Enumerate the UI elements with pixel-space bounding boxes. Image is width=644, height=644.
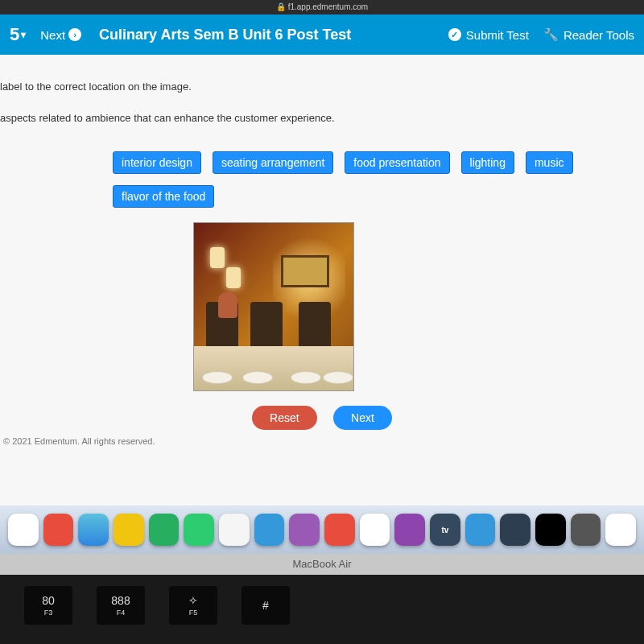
tag-music[interactable]: music <box>526 151 573 174</box>
tag-interior-design[interactable]: interior design <box>113 151 201 174</box>
key-hash: # <box>242 586 290 625</box>
copyright-text: © 2021 Edmentum. All rights reserved. <box>0 430 644 452</box>
dock-app-appstore-icon[interactable] <box>465 514 496 546</box>
url-text: f1.app.edmentum.com <box>288 2 369 11</box>
browser-url-bar: 🔒 f1.app.edmentum.com <box>0 0 644 14</box>
dock-app-finder-icon[interactable] <box>8 514 39 546</box>
tag-food-presentation[interactable]: food presentation <box>345 151 449 174</box>
dock-app-maps-icon[interactable] <box>254 514 285 546</box>
dock-app-podcasts-icon[interactable] <box>289 514 320 546</box>
action-buttons: Reset Next <box>0 406 644 430</box>
laptop-model-label: MacBook Air <box>0 554 644 575</box>
dock-app-settings-icon[interactable] <box>500 514 530 546</box>
dock-app-safari-icon[interactable] <box>78 514 109 546</box>
macos-dock: tv <box>0 506 644 554</box>
draggable-tags-container: interior design seating arrangement food… <box>113 151 612 208</box>
submit-test-button[interactable]: ✓ Submit Test <box>448 28 529 42</box>
dock-app-calendar-icon[interactable] <box>43 514 74 546</box>
dock-app-messages-icon[interactable] <box>149 514 180 546</box>
next-button[interactable]: Next <box>333 406 392 430</box>
check-icon: ✓ <box>448 28 461 41</box>
instruction-line-1: label to the correct location on the ima… <box>0 79 644 101</box>
test-title: Culinary Arts Sem B Unit 6 Post Test <box>99 27 351 43</box>
reset-button[interactable]: Reset <box>252 406 317 430</box>
dock-app-mail-icon[interactable] <box>219 514 250 546</box>
arrow-right-icon: › <box>68 28 81 41</box>
key-f3: 80 F3 <box>24 586 72 625</box>
reader-tools-button[interactable]: 🔧 Reader Tools <box>543 27 634 42</box>
dock-app-notes-icon[interactable] <box>114 514 144 546</box>
instruction-line-2: aspects related to ambience that can enh… <box>0 110 644 132</box>
key-f4: 888 F4 <box>97 586 145 625</box>
question-number-dropdown[interactable]: 5▾ <box>10 24 26 45</box>
dock-app-facetime-icon[interactable] <box>184 514 214 546</box>
chevron-down-icon: ▾ <box>21 29 26 40</box>
wrench-icon: 🔧 <box>543 27 559 42</box>
dock-app-news-icon[interactable] <box>324 514 355 546</box>
app-header: 5▾ Next › Culinary Arts Sem B Unit 6 Pos… <box>0 14 644 55</box>
question-content: label to the correct location on the ima… <box>0 55 644 506</box>
drop-target-image[interactable] <box>193 222 354 391</box>
dock-app-generic-icon[interactable] <box>571 514 601 546</box>
tag-lighting[interactable]: lighting <box>461 151 514 174</box>
dock-app-terminal-icon[interactable] <box>535 514 566 546</box>
dock-app-music-icon[interactable] <box>360 514 390 546</box>
key-f5: ✧ F5 <box>169 586 217 625</box>
dock-app-chrome-icon[interactable] <box>605 514 636 546</box>
tag-seating-arrangement[interactable]: seating arrangement <box>213 151 333 174</box>
dock-app-appletv-icon[interactable]: tv <box>430 514 460 546</box>
dock-app-podcast2-icon[interactable] <box>394 514 425 546</box>
tag-flavor-of-the-food[interactable]: flavor of the food <box>113 185 214 208</box>
keyboard: 80 F3 888 F4 ✧ F5 # <box>0 575 644 644</box>
next-question-button[interactable]: Next › <box>40 28 81 42</box>
